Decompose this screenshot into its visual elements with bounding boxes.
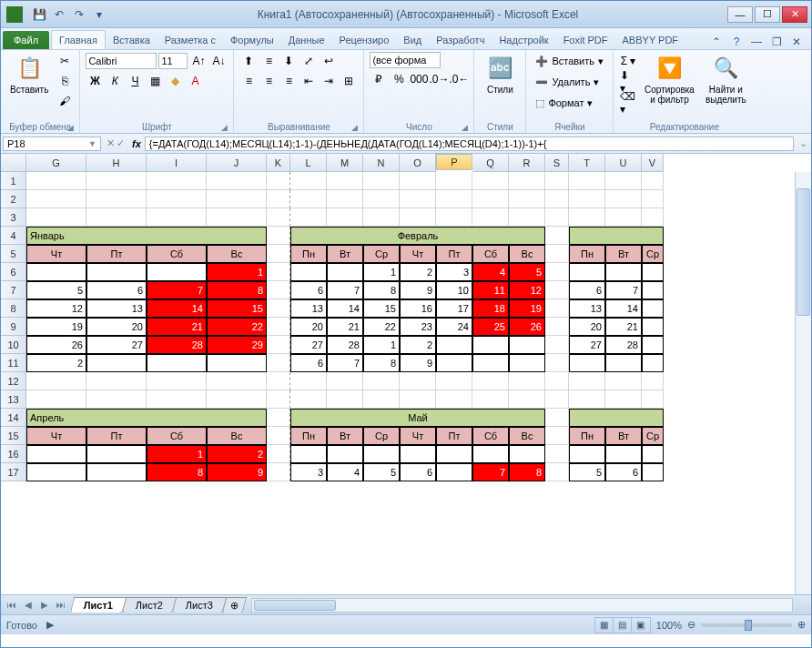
cell[interactable]: 6 (290, 281, 327, 299)
cell[interactable]: 20 (86, 318, 147, 336)
cell[interactable] (509, 208, 545, 227)
cell[interactable] (327, 172, 363, 190)
cell[interactable]: 26 (509, 318, 545, 336)
cell[interactable] (569, 208, 605, 227)
cell[interactable] (545, 372, 569, 390)
cell[interactable] (86, 190, 147, 208)
increase-font-icon[interactable]: A↑ (189, 52, 208, 70)
help-icon[interactable]: ? (729, 35, 744, 49)
delete-cells-button[interactable]: ➖Удалить ▾ (532, 73, 603, 91)
cell[interactable] (290, 372, 327, 390)
cell[interactable]: 2 (26, 354, 86, 372)
cell[interactable] (26, 390, 86, 409)
col-header-S[interactable]: S (545, 154, 569, 172)
tab-foxit[interactable]: Foxit PDF (556, 31, 615, 49)
cell[interactable]: 25 (472, 318, 509, 336)
styles-button[interactable]: 🔤 Стили (480, 52, 520, 96)
cell[interactable]: Чт (400, 427, 436, 445)
cell[interactable] (545, 263, 569, 281)
tab-formulas[interactable]: Формулы (223, 31, 281, 49)
cell[interactable] (86, 372, 147, 390)
cell[interactable]: Вт (327, 245, 363, 263)
number-format-select[interactable] (370, 52, 441, 68)
autosum-icon[interactable]: Σ ▾ (619, 52, 637, 70)
cell[interactable] (267, 299, 290, 318)
dialog-launcher-icon[interactable]: ◢ (221, 123, 228, 132)
cell[interactable]: 9 (207, 463, 267, 481)
cell[interactable] (472, 172, 509, 190)
cell[interactable] (26, 172, 86, 190)
row-header-15[interactable]: 15 (1, 427, 26, 445)
cell[interactable] (472, 390, 509, 409)
close-button[interactable]: ✕ (782, 6, 807, 23)
dialog-launcher-icon[interactable]: ◢ (67, 123, 74, 132)
row-header-14[interactable]: 14 (1, 409, 26, 427)
cell[interactable] (545, 445, 569, 463)
zoom-out-icon[interactable]: ⊖ (687, 619, 695, 631)
cell[interactable] (267, 427, 290, 445)
cell[interactable] (605, 190, 642, 208)
cell[interactable] (605, 372, 642, 390)
cell[interactable]: 27 (569, 336, 605, 354)
col-header-T[interactable]: T (569, 154, 605, 172)
row-header-3[interactable]: 3 (1, 208, 26, 227)
cell[interactable]: 14 (327, 299, 363, 318)
align-bottom-icon[interactable]: ⬇ (279, 52, 298, 70)
cell[interactable] (267, 463, 290, 481)
cell[interactable]: 19 (509, 299, 545, 318)
undo-icon[interactable]: ↶ (50, 5, 68, 24)
percent-icon[interactable]: % (390, 70, 408, 88)
cell[interactable] (267, 336, 290, 354)
zoom-in-icon[interactable]: ⊕ (797, 619, 806, 631)
cell[interactable]: Пт (436, 427, 472, 445)
cell[interactable]: Вс (509, 427, 545, 445)
cell[interactable]: 6 (569, 281, 605, 299)
window-min-icon[interactable]: — (749, 35, 764, 49)
row-header-5[interactable]: 5 (1, 245, 26, 263)
cell[interactable] (509, 445, 545, 463)
cell[interactable] (363, 172, 400, 190)
last-sheet-icon[interactable]: ⏭ (54, 598, 68, 613)
cell[interactable] (327, 372, 363, 390)
cell[interactable] (86, 445, 147, 463)
cell[interactable] (363, 445, 400, 463)
col-header-N[interactable]: N (363, 154, 400, 172)
cell[interactable] (605, 445, 642, 463)
cell[interactable] (569, 172, 605, 190)
insert-cells-button[interactable]: ➕Вставить ▾ (532, 52, 607, 70)
cell[interactable]: Чт (26, 245, 86, 263)
cell[interactable] (569, 445, 605, 463)
vertical-scrollbar[interactable] (795, 172, 811, 594)
cell[interactable]: Пн (290, 245, 327, 263)
cell[interactable] (545, 336, 569, 354)
cell[interactable] (290, 190, 327, 208)
cell[interactable]: 22 (363, 318, 400, 336)
cell[interactable] (290, 208, 327, 227)
col-header-U[interactable]: U (605, 154, 642, 172)
format-painter-icon[interactable]: 🖌 (56, 92, 74, 110)
tab-insert[interactable]: Вставка (106, 31, 157, 49)
zoom-level[interactable]: 100% (656, 620, 682, 631)
formula-input[interactable]: {=ДАТА(ГОД(L14);МЕСЯЦ(L14);1-1)-(ДЕНЬНЕД… (145, 137, 794, 151)
cell[interactable] (509, 354, 545, 372)
cell[interactable]: 15 (207, 299, 267, 318)
cell[interactable]: 24 (436, 318, 472, 336)
row-header-4[interactable]: 4 (1, 227, 26, 245)
cell[interactable] (147, 172, 207, 190)
cell[interactable] (605, 172, 642, 190)
dialog-launcher-icon[interactable]: ◢ (351, 123, 358, 132)
row-header-10[interactable]: 10 (1, 336, 26, 354)
file-tab[interactable]: Файл (3, 31, 49, 49)
maximize-button[interactable]: ☐ (755, 6, 780, 23)
cell[interactable]: 6 (86, 281, 147, 299)
cell[interactable] (436, 372, 472, 390)
cell[interactable]: 10 (436, 281, 472, 299)
format-cells-button[interactable]: ⬚Формат ▾ (532, 94, 596, 112)
cell[interactable] (267, 172, 290, 190)
cell[interactable] (545, 354, 569, 372)
row-header-13[interactable]: 13 (1, 390, 26, 409)
increase-indent-icon[interactable]: ⇥ (320, 72, 338, 90)
cell[interactable] (26, 190, 86, 208)
cell[interactable] (569, 372, 605, 390)
cell[interactable] (642, 172, 664, 190)
